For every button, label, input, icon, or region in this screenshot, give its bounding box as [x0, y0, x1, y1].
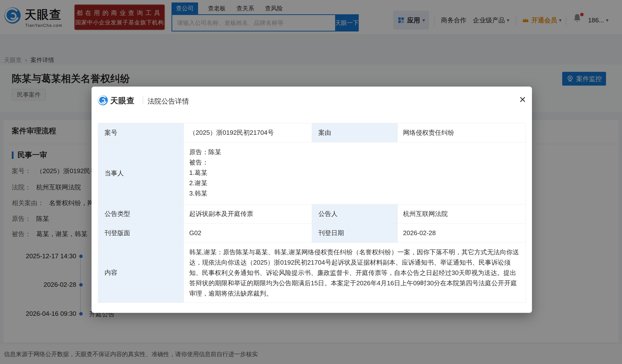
announcement-type-label: 公告类型 [98, 204, 184, 224]
content-label: 内容 [98, 243, 184, 303]
cause-value: 网络侵权责任纠纷 [398, 123, 526, 142]
case-number-label: 案号 [98, 123, 184, 142]
publish-page-label: 刊登版面 [98, 224, 184, 243]
court-announcement-modal: 天眼查 法院公告详情 × 案号 （2025）浙0192民初21704号 案由 网… [92, 87, 532, 313]
publish-page-value: G02 [184, 224, 312, 243]
party-label: 当事人 [98, 142, 184, 204]
modal-header-divider [143, 96, 143, 104]
party-line: 1.葛某 [189, 168, 520, 178]
announcer-label: 公告人 [312, 204, 398, 224]
party-line: 原告：陈某 [189, 147, 520, 157]
publish-date-value: 2026-02-28 [398, 224, 526, 243]
close-icon[interactable]: × [515, 92, 530, 107]
content-value: 韩某,谢某：原告陈某与葛某、韩某,谢某网络侵权责任纠纷（名誉权纠纷）一案，因你下… [184, 243, 526, 303]
announcer-value: 杭州互联网法院 [398, 204, 526, 224]
content-text: 韩某,谢某：原告陈某与葛某、韩某,谢某网络侵权责任纠纷（名誉权纠纷）一案，因你下… [189, 245, 520, 301]
modal-title: 法院公告详情 [148, 97, 189, 106]
party-line: 3.韩某 [189, 188, 520, 198]
modal-brand: 天眼查 [110, 96, 135, 106]
party-line: 2.谢某 [189, 178, 520, 188]
party-value: 原告：陈某 被告： 1.葛某 2.谢某 3.韩某 [184, 142, 526, 204]
announcement-type-value: 起诉状副本及开庭传票 [184, 204, 312, 224]
party-line: 被告： [189, 157, 520, 168]
case-number-value: （2025）浙0192民初21704号 [184, 123, 312, 142]
tianyancha-logo-icon [98, 96, 108, 105]
publish-date-label: 刊登日期 [312, 224, 398, 243]
announcement-table: 案号 （2025）浙0192民初21704号 案由 网络侵权责任纠纷 当事人 原… [98, 123, 525, 303]
cause-label: 案由 [312, 123, 398, 142]
